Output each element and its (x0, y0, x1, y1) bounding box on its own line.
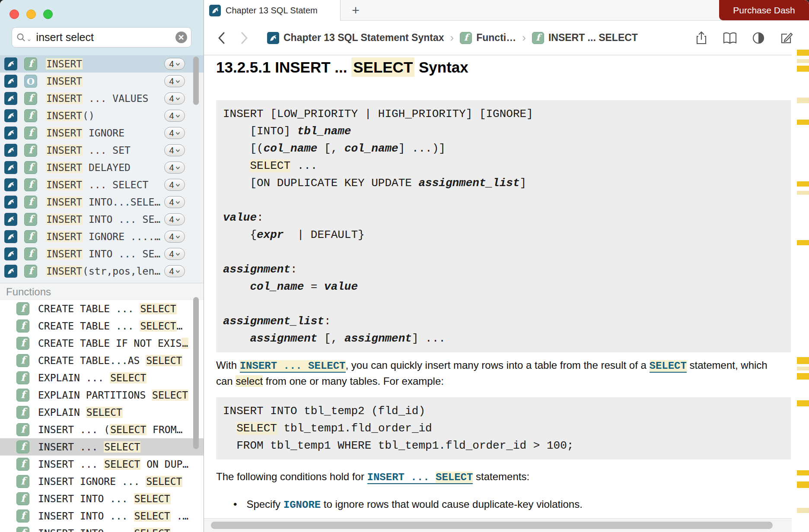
function-type-icon: f (16, 320, 29, 332)
share-icon[interactable] (695, 31, 708, 45)
breadcrumb-item[interactable]: fINSERT ... SELECT (532, 32, 638, 44)
result-count-badge[interactable]: 4 (164, 179, 185, 191)
tab-chapter-13[interactable]: Chapter 13 SQL Statem (204, 0, 341, 21)
result-count-badge[interactable]: 4 (164, 248, 185, 260)
function-result-item[interactable]: fINSERT INTO ... SELECT (0, 525, 204, 532)
search-match-mark (797, 120, 809, 125)
function-result-item[interactable]: fEXPLAIN PARTITIONS SELECT (0, 386, 204, 404)
function-type-icon: f (16, 406, 29, 419)
function-result-item[interactable]: fINSERT INTO ... SELECT (0, 490, 204, 507)
code-line: [(col_name [, col_name] ...)] (223, 140, 784, 157)
search-result-item[interactable]: fINSERT DELAYED4 (0, 159, 204, 176)
search-result-item[interactable]: fINSERT IGNORE4 (0, 124, 204, 142)
forward-button[interactable] (239, 31, 250, 45)
matched-text: SELECT (140, 303, 176, 314)
clear-search-icon[interactable]: ✕ (175, 32, 187, 43)
code-line: assignment_list: (223, 313, 784, 330)
purchase-dash-button[interactable]: Purchase Dash (719, 0, 809, 20)
result-count-badge[interactable]: 4 (164, 196, 185, 208)
minimize-window-button[interactable] (26, 10, 36, 19)
contrast-icon[interactable] (752, 32, 765, 44)
search-result-item[interactable]: fINSERT ... SELECT4 (0, 176, 204, 193)
horizontal-scrollbar-thumb[interactable] (211, 522, 773, 529)
result-count-badge[interactable]: 4 (164, 162, 185, 174)
search-result-item[interactable]: fINSERT4 (0, 55, 204, 73)
result-count-badge[interactable]: 4 (164, 213, 185, 225)
function-result-item[interactable]: fINSERT ... SELECT (0, 438, 204, 456)
search-result-item[interactable]: OINSERT4 (0, 73, 204, 90)
function-result-item[interactable]: fINSERT INTO ... SELECT .… (0, 507, 204, 525)
result-count-badge[interactable]: 4 (164, 92, 185, 104)
back-button[interactable] (216, 31, 226, 45)
entry-text: INSERT INTO ... (38, 528, 134, 532)
matched-text: INSERT (46, 58, 83, 70)
function-result-item[interactable]: fINSERT ... (SELECT FROM… (0, 421, 204, 438)
code-text: assignment (344, 332, 412, 345)
search-result-item[interactable]: fINSERT IGNORE ....…4 (0, 228, 204, 245)
result-count-badge[interactable]: 4 (164, 58, 185, 70)
function-result-item[interactable]: fCREATE TABLE ... SELECT… (0, 317, 204, 335)
annotate-icon[interactable] (780, 31, 793, 45)
page-title: 13.2.5.1 INSERT ... SELECT Syntax (216, 59, 468, 76)
result-count-badge[interactable]: 4 (164, 144, 185, 156)
function-result-label: INSERT ... SELECT (38, 441, 199, 453)
body-text: statements: (473, 471, 529, 482)
entry-text: IGNORE (83, 127, 124, 139)
result-count-badge[interactable]: 4 (164, 127, 185, 139)
code-text (223, 332, 250, 345)
entry-text: INSERT IGNORE ... (38, 476, 146, 487)
example-code-block: INSERT INTO tbl_temp2 (fld_id) SELECT tb… (216, 397, 791, 459)
functions-scrollbar-thumb[interactable] (193, 297, 199, 449)
search-result-item[interactable]: fINSERT()4 (0, 107, 204, 124)
search-result-item[interactable]: fINSERT(str,pos,len…4 (0, 263, 204, 280)
result-count-badge[interactable]: 4 (164, 265, 185, 277)
function-result-item[interactable]: fCREATE TABLE IF NOT EXIS… (0, 335, 204, 352)
function-result-item[interactable]: fINSERT ... SELECT ON DUP… (0, 456, 204, 473)
search-result-label: INSERT ... VALUES (46, 93, 164, 104)
new-tab-button[interactable]: + (347, 2, 365, 19)
zoom-window-button[interactable] (43, 10, 53, 19)
function-type-icon: f (16, 440, 29, 453)
search-result-item[interactable]: fINSERT INTO ... SE…4 (0, 245, 204, 263)
search-highlight-minimap[interactable] (792, 43, 809, 532)
function-result-item[interactable]: fCREATE TABLE ... SELECT (0, 300, 204, 317)
result-count-badge[interactable]: 4 (164, 75, 185, 87)
function-type-icon: f (16, 527, 29, 532)
matched-text: INSERT (46, 179, 83, 190)
doc-link[interactable]: SELECT (650, 360, 687, 373)
functions-section-header: Functions (0, 283, 204, 300)
search-result-item[interactable]: fINSERT INTO...SELE…4 (0, 193, 204, 211)
matched-text: SELECT (134, 528, 171, 532)
search-result-item[interactable]: fINSERT INTO ... SE…4 (0, 211, 204, 228)
entry-text: INSERT INTO ... (38, 510, 134, 522)
close-window-button[interactable] (10, 10, 19, 19)
search-result-label: INSERT INTO ... SE… (46, 248, 164, 260)
function-result-item[interactable]: fINSERT IGNORE ... SELECT (0, 473, 204, 490)
badge-count: 4 (169, 76, 174, 86)
function-result-item[interactable]: fEXPLAIN SELECT (0, 404, 204, 421)
function-type-icon: f (16, 510, 29, 522)
result-count-badge[interactable]: 4 (164, 110, 185, 122)
search-box[interactable]: ⌄ ✕ (12, 27, 191, 48)
breadcrumb-item[interactable]: Chapter 13 SQL Statement Syntax (267, 32, 444, 44)
doc-link[interactable]: INSERT ... SELECT (240, 360, 346, 373)
search-result-item[interactable]: fINSERT ... VALUES4 (0, 90, 204, 107)
search-result-item[interactable]: fINSERT ... SET4 (0, 142, 204, 159)
code-line (223, 192, 784, 209)
horizontal-scrollbar-track[interactable] (204, 518, 792, 532)
entry-text: INSERT ... (38, 441, 104, 453)
function-result-item[interactable]: fEXPLAIN ... SELECT (0, 369, 204, 386)
function-type-icon: f (24, 178, 37, 191)
breadcrumb-item[interactable]: fFuncti… (460, 32, 516, 44)
chevron-down-icon (175, 149, 180, 152)
entry-text: ON DUP… (140, 459, 188, 470)
entry-text: CREATE TABLE IF NOT EXIS (38, 338, 182, 349)
search-input[interactable] (36, 31, 175, 44)
doc-link[interactable]: SELECT (436, 472, 473, 484)
results-scrollbar-thumb[interactable] (193, 57, 199, 105)
result-count-badge[interactable]: 4 (164, 231, 185, 243)
book-icon[interactable] (723, 32, 737, 44)
doc-link[interactable]: INSERT ... (367, 472, 436, 484)
function-result-item[interactable]: fCREATE TABLE...AS SELECT (0, 352, 204, 369)
search-scope-chevron-icon[interactable]: ⌄ (26, 35, 32, 43)
